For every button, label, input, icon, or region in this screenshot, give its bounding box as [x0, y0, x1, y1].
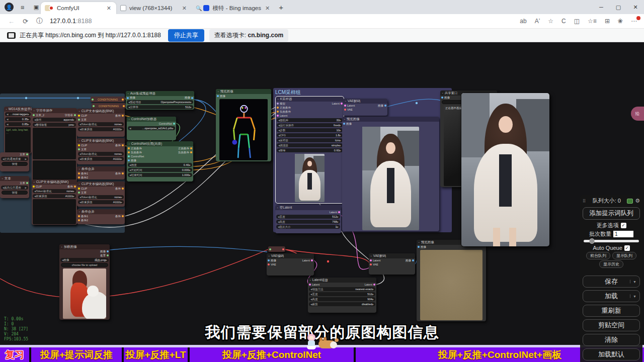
tab-actions-icon[interactable]: ▣ — [32, 3, 41, 12]
load-button[interactable]: 加载▼ — [583, 290, 640, 302]
maximize-button[interactable]: ▢ — [610, 0, 627, 14]
node-widget[interactable]: ◀Token标准化none▶ — [33, 189, 76, 193]
clipspace-button[interactable]: 剪贴空间 — [583, 319, 640, 331]
output-slot-dot[interactable] — [26, 182, 28, 184]
node-widget[interactable]: ◀步数10▶ — [277, 128, 343, 132]
node-textarea[interactable] — [33, 128, 76, 159]
output-slot-dot[interactable] — [74, 114, 76, 116]
node-widget[interactable]: ◀图像成品.png▶ — [60, 258, 109, 262]
input-slot-dot[interactable] — [78, 192, 80, 194]
input-slot-dot[interactable] — [344, 109, 346, 111]
output-slot-dot[interactable] — [173, 123, 175, 125]
refresh-icon[interactable]: ⟳ — [23, 18, 28, 25]
input-slot-dot[interactable] — [128, 151, 130, 153]
output-slot-dot[interactable] — [190, 147, 192, 149]
more-options-checkbox[interactable]: ✓ — [621, 223, 626, 228]
node-加载图像[interactable]: 加载图像图像遮罩◀图像成品.png▶choose file to upload — [59, 244, 110, 320]
node-条件合并[interactable]: 条件合并条件1条件条件2 — [77, 166, 125, 179]
gear-icon[interactable]: ⚙ — [635, 198, 640, 204]
node-widget[interactable]: ◀批次大小1▶ — [276, 225, 340, 229]
input-slot-dot[interactable] — [217, 95, 219, 97]
site-info-icon[interactable]: ⓘ — [36, 17, 43, 26]
node-widget[interactable]: ◀降噪0.60▶ — [277, 148, 343, 152]
input-slot-dot[interactable] — [277, 111, 279, 113]
node-条件合并[interactable]: 条件合并条件1条件条件2 — [77, 209, 125, 224]
back-icon[interactable]: ← — [8, 18, 15, 25]
output-slot-dot[interactable] — [74, 186, 76, 188]
node-widget[interactable]: ◀Token标准化none▶ — [78, 152, 124, 156]
close-tab-icon[interactable]: ✕ — [106, 5, 112, 12]
scene-prompt-interrogate[interactable]: 投屏+提示词反推 — [31, 347, 124, 362]
node-Aux集成预处理器[interactable]: Aux集成预处理器图像图像◀预处理器OpenposePreprocessor▶◀… — [126, 91, 194, 110]
tab-view[interactable]: view (768×1344) ✕ — [116, 2, 192, 14]
input-slot-dot[interactable] — [370, 263, 372, 265]
view-tab-button[interactable]: 查看选项卡: cn.bing.com — [209, 29, 288, 42]
node-widget[interactable]: ◀…moat-tagger▶ — [5, 112, 31, 116]
node-widget[interactable]: ◀强度0.40▶ — [128, 163, 192, 167]
save-dropdown-icon[interactable]: ▼ — [630, 280, 636, 284]
input-slot-dot[interactable] — [128, 147, 130, 149]
input-slot-dot[interactable] — [78, 215, 80, 217]
input-slot-dot[interactable] — [277, 107, 279, 109]
output-slot-dot[interactable] — [341, 103, 343, 105]
load-default-button[interactable]: 加载默认 — [583, 348, 640, 360]
close-tab-icon[interactable]: ✕ — [264, 5, 271, 12]
node-button[interactable]: choose file to upload — [61, 263, 108, 267]
input-slot-dot[interactable] — [78, 172, 80, 174]
close-tab-icon[interactable]: ✕ — [181, 5, 188, 12]
node-widget[interactable]: ◀宽度512▶ — [309, 292, 375, 296]
node-widget[interactable]: ◀宽度512▶ — [276, 215, 340, 219]
node-CLIP文本编码器(BNK)[interactable]: CLIP文本编码器(BNK)CLIP条件文本◀Token标准化none▶◀权重插… — [77, 182, 125, 207]
close-button[interactable]: ✕ — [627, 0, 644, 14]
scene-lt[interactable]: 投屏+反推+LT — [124, 347, 190, 362]
drag-handle-icon[interactable]: ⠿ — [583, 199, 587, 204]
node-widget[interactable]: ◀Token标准化none▶ — [78, 122, 124, 126]
node-widget[interactable]: ◀权重插值A1111▶ — [78, 127, 124, 131]
browser-essentials-icon[interactable]: ❀ — [618, 18, 623, 25]
save-button[interactable]: 保存▼ — [583, 276, 640, 288]
node-button[interactable]: 管理 — [2, 191, 28, 195]
node-widget[interactable]: ◀结束时间1.000▶ — [128, 173, 192, 177]
node-widget[interactable]: ◀Token标准化none▶ — [78, 195, 124, 199]
output-slot-dot[interactable] — [107, 250, 109, 252]
node-文本[interactable]: 文本文本◀反向公共通用▶管理 — [0, 176, 29, 198]
input-slot-dot[interactable] — [78, 176, 80, 178]
input-slot-dot[interactable] — [309, 284, 311, 286]
output-slot-dot[interactable] — [338, 211, 340, 213]
node-Latent缩放[interactable]: Latent缩放LatentLatent◀缩放方法nearest-exact▶◀… — [308, 278, 376, 313]
input-slot-dot[interactable] — [128, 155, 130, 157]
input-slot-dot[interactable] — [78, 119, 80, 121]
input-slot-dot[interactable] — [128, 159, 130, 161]
node-widget[interactable]: ◀0.35▶ — [5, 117, 31, 121]
node-widget[interactable]: ◀调度器simple▶ — [277, 143, 343, 147]
slider-thumb[interactable] — [589, 238, 595, 244]
auto-queue-checkbox[interactable]: ✓ — [624, 245, 630, 251]
node-widget[interactable]: ◀CFG1.8▶ — [277, 133, 343, 137]
node-预览图像[interactable]: 预览图像图像 — [342, 117, 439, 231]
scene-review[interactable]: 复习 — [0, 347, 31, 362]
workspaces-icon[interactable]: ⧈ — [18, 3, 27, 12]
node-widget[interactable]: ◀反向公共通用▶ — [1, 186, 28, 190]
node-untitled[interactable]: 文本◀正向通用质量▶管理 — [0, 152, 29, 171]
url-field[interactable]: 127.0.0.1:8188 — [50, 18, 520, 25]
node-widget[interactable]: ◀…openpose_sd14v1.pth▶ — [128, 126, 175, 130]
collections-icon[interactable]: ⊞ — [605, 18, 610, 25]
input-slot-dot[interactable] — [78, 144, 80, 146]
input-slot-dot[interactable] — [268, 259, 270, 261]
node-K采样器[interactable]: K采样器模型Latent正面条件负面条件Latent◀随机种32▶◀运行后操作f… — [276, 97, 344, 203]
node-widget[interactable]: ◀高度768▶ — [276, 220, 340, 224]
node-VAE编码[interactable]: VAE编码图像LatentVAE — [267, 253, 314, 276]
node-widget[interactable]: ◀操作append▶ — [33, 118, 76, 122]
input-slot-dot[interactable] — [78, 188, 80, 190]
output-slot-dot[interactable] — [311, 259, 313, 261]
output-slot-dot[interactable] — [190, 151, 192, 153]
node-widget[interactable]: ◀运行后操作fixed▶ — [277, 123, 343, 127]
translate-icon[interactable]: ab — [520, 18, 526, 25]
node-widget[interactable]: ◀开始时间0.000▶ — [128, 168, 192, 172]
input-slot-dot[interactable] — [277, 103, 279, 105]
batch-count-slider[interactable] — [584, 240, 639, 242]
node-widget[interactable]: ◀预处理器OpenposePreprocessor▶ — [127, 100, 193, 104]
input-slot-dot[interactable] — [441, 97, 443, 99]
node-widget[interactable]: ◀随机种32▶ — [277, 118, 343, 122]
queue-prompt-button[interactable]: 添加提示词队列 — [583, 207, 640, 220]
